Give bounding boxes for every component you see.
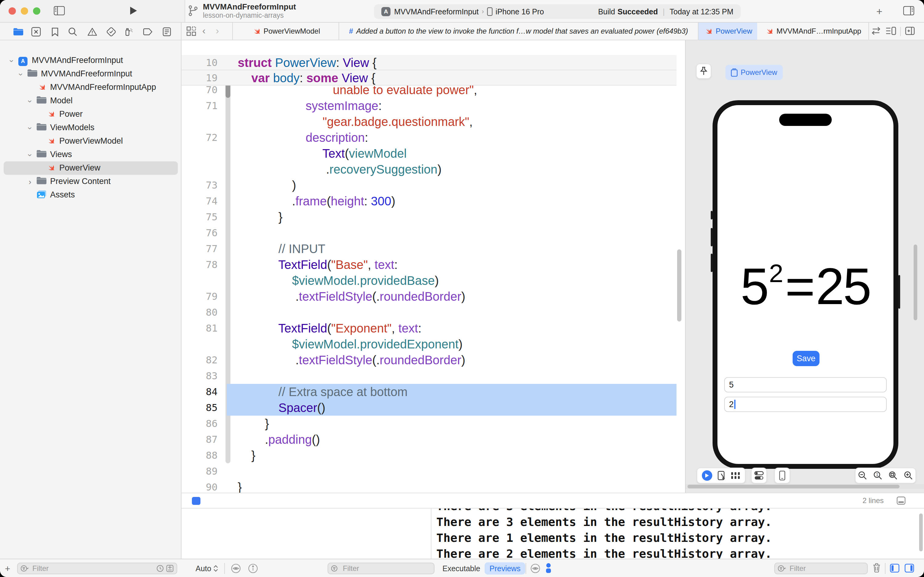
preview-target-pill[interactable]: PowerView [725, 65, 783, 80]
code-line-74[interactable]: 74 .frame(height: 300) [182, 193, 676, 209]
code-line-82[interactable]: 82 .textFieldStyle(.roundedBorder) [182, 352, 676, 368]
add-toolbar-button[interactable]: + [876, 5, 882, 18]
code-line-84[interactable]: 84 // Extra space at bottom [182, 384, 676, 400]
navigator-tab-bookmarks[interactable] [50, 26, 61, 37]
file-tree-item-powerview[interactable]: PowerView [4, 161, 178, 175]
console-output[interactable]: There are 3 elements in the resultHistor… [431, 508, 924, 559]
variables-info-icon[interactable] [248, 564, 258, 573]
code-line-72[interactable]: 72 description: [182, 130, 676, 145]
console-scrollbar[interactable] [919, 513, 923, 551]
related-items-icon[interactable] [187, 26, 196, 36]
code-line-85[interactable]: 85 Spacer() [182, 400, 676, 416]
editor-tab-1[interactable]: PowerViewModel [232, 23, 339, 40]
code-line-wrap[interactable]: $viewModel.providedBase) [182, 272, 676, 288]
editor-options-icon[interactable] [885, 26, 897, 35]
variables-eye-icon[interactable] [231, 564, 241, 573]
navigator-tab-issues[interactable] [87, 26, 98, 37]
file-tree-item-model[interactable]: ›Model [0, 94, 181, 108]
code-line-89[interactable]: 89 [182, 463, 676, 479]
code-line-90[interactable]: 90} [182, 479, 676, 493]
code-line-80[interactable]: 80 [182, 305, 676, 320]
navigator-filter-input[interactable] [31, 564, 154, 573]
variables-pane-toggle-icon[interactable] [890, 564, 900, 573]
activity-status-pill[interactable]: A MVVMAndFreeformInput › iPhone 16 Pro B… [374, 4, 740, 19]
previews-process-icon[interactable] [545, 563, 552, 573]
code-line-wrap[interactable]: "gear.badge.questionmark", [182, 114, 676, 130]
disclosure-chevron[interactable]: › [25, 98, 35, 105]
editor-tab-2[interactable]: #Added a button to the view to invoke th… [339, 23, 699, 40]
code-line-87[interactable]: 87 .padding() [182, 432, 676, 447]
go-forward-icon[interactable]: › [216, 25, 219, 36]
close-button[interactable] [8, 7, 16, 15]
variables-filter-field[interactable] [328, 562, 435, 574]
scope-previews[interactable]: Previews [485, 562, 525, 575]
variables-view-mode[interactable]: Auto [196, 564, 211, 573]
file-tree-item-preview-content[interactable]: ›Preview Content [0, 175, 181, 188]
navigator-tab-debug-gauge[interactable] [123, 26, 134, 37]
file-tree-item-viewmodels[interactable]: ›ViewModels [0, 121, 181, 134]
zoom-out-icon[interactable] [858, 471, 867, 480]
code-line-83[interactable]: 83 [182, 368, 676, 384]
preview-target-label[interactable]: PowerView [740, 68, 778, 77]
breakpoint-indicator[interactable] [192, 497, 200, 505]
variables-filter-input[interactable] [341, 564, 431, 573]
navigator-filter-field[interactable] [17, 562, 177, 574]
console-filter-input[interactable] [788, 564, 864, 573]
code-line-75[interactable]: 75 } [182, 209, 676, 225]
scope-executable[interactable]: Executable [443, 564, 480, 573]
code-line-77[interactable]: 77 // INPUT [182, 241, 676, 257]
exponent-input[interactable]: 2 [724, 397, 887, 412]
file-tree-item-powerviewmodel[interactable]: PowerViewModel [0, 134, 181, 148]
code-line-wrap[interactable]: $viewModel.providedExponent) [182, 336, 676, 352]
selectable-mode-icon[interactable] [718, 471, 726, 480]
navigator-tab-project-navigator[interactable] [13, 26, 24, 37]
code-line-81[interactable]: 81 TextField("Exponent", text: [182, 320, 676, 336]
console-panel-icon[interactable] [897, 496, 906, 505]
disclosure-chevron[interactable]: › [27, 177, 33, 187]
console-pane-toggle-icon[interactable] [905, 564, 914, 573]
code-line-73[interactable]: 73 ) [182, 177, 676, 193]
file-tree-item-views[interactable]: ›Views [0, 148, 181, 161]
go-back-icon[interactable]: ‹ [202, 25, 206, 36]
add-editor-icon[interactable] [905, 26, 915, 35]
base-input[interactable]: 5 [724, 377, 887, 392]
editor-tab-4[interactable]: MVVMAndF…rmInputApp [757, 23, 869, 40]
navigator-tab-find[interactable] [67, 26, 78, 37]
code-line-78[interactable]: 78 TextField("Base", text: [182, 257, 676, 272]
device-settings-button[interactable] [774, 467, 790, 484]
console-filter-field[interactable] [774, 562, 868, 574]
code-line-79[interactable]: 79 .textFieldStyle(.roundedBorder) [182, 288, 676, 305]
zoom-button[interactable] [33, 7, 40, 15]
editor-scrollbar[interactable] [677, 249, 681, 321]
zoom-100-icon[interactable]: 1 [873, 471, 882, 480]
file-tree-item-mvvmandfreeforminput[interactable]: ›AMVVMAndFreeformInput [0, 54, 181, 67]
navigator-tab-reports[interactable] [161, 26, 172, 37]
pin-preview-button[interactable] [696, 64, 712, 79]
toggle-left-sidebar-icon[interactable] [54, 6, 65, 15]
navigator-tab-source-control[interactable] [31, 26, 42, 37]
auto-chevrons-icon[interactable] [213, 565, 218, 572]
disclosure-chevron[interactable]: › [25, 152, 35, 158]
file-tree-item-mvvmandfreeforminputapp[interactable]: MVVMAndFreeformInputApp [0, 81, 181, 94]
code-editor[interactable]: 70 unable to evaluate power",71 systemIm… [182, 55, 685, 493]
variants-mode-icon[interactable] [731, 472, 740, 480]
code-line-88[interactable]: 88 } [182, 447, 676, 463]
run-button[interactable] [130, 6, 137, 15]
navigator-tab-breakpoints[interactable] [142, 26, 153, 37]
code-line-wrap[interactable]: Text(viewModel [182, 145, 676, 161]
code-line-wrap[interactable]: .recoverySuggestion) [182, 161, 676, 177]
file-tree-item-mvvmandfreeforminput[interactable]: ›MVVMAndFreeformInput [0, 67, 181, 81]
color-scheme-button[interactable] [751, 467, 767, 484]
swap-editor-icon[interactable] [871, 26, 881, 35]
save-button[interactable]: Save [793, 351, 819, 366]
add-file-icon[interactable]: + [5, 564, 10, 574]
live-preview-icon[interactable] [702, 471, 712, 481]
clear-console-icon[interactable] [872, 563, 881, 573]
toggle-right-sidebar-icon[interactable] [903, 6, 914, 15]
minimize-button[interactable] [21, 7, 28, 15]
run-destination[interactable]: iPhone 16 Pro [496, 7, 544, 16]
scheme-name[interactable]: MVVMAndFreeformInput [394, 7, 479, 16]
editor-tab-3[interactable]: PowerView [699, 23, 757, 40]
console-eye-icon[interactable] [530, 564, 540, 573]
file-tree-item-power[interactable]: Power [0, 108, 181, 121]
